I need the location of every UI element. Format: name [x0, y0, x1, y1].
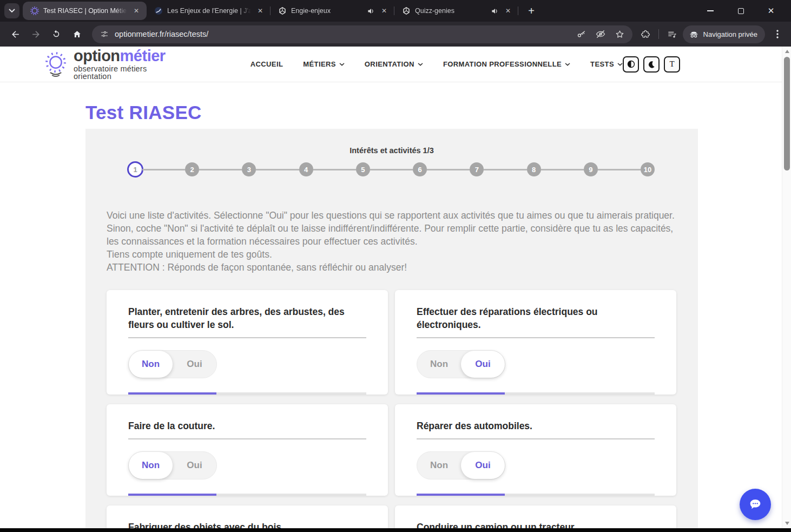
bookmark-star-icon[interactable] [615, 29, 625, 40]
step-9[interactable]: 9 [584, 162, 598, 176]
nav-label: ORIENTATION [365, 60, 414, 68]
sun-logo-icon [42, 49, 70, 80]
answer-non-button[interactable]: Non [129, 452, 173, 479]
back-button[interactable] [6, 25, 24, 43]
answer-toggle: Non Oui [128, 350, 217, 378]
question-text: Planter, entretenir des arbres, des arbu… [128, 305, 366, 338]
contrast-toggle-button[interactable] [623, 56, 639, 73]
scrollbar-up-arrow[interactable] [782, 48, 791, 55]
answer-non-button[interactable]: Non [417, 452, 461, 479]
reload-button[interactable] [48, 25, 65, 43]
nav-item-accueil[interactable]: ACCUEIL [251, 60, 284, 68]
tab-search-button[interactable] [4, 3, 19, 18]
answer-toggle: Non Oui [417, 350, 505, 378]
maximize-button[interactable] [734, 4, 748, 18]
step-6[interactable]: 6 [413, 162, 427, 176]
section-label: Intérêts et activités 1/3 [85, 129, 698, 155]
minimize-button[interactable] [703, 4, 717, 18]
browser-menu-button[interactable] [770, 27, 785, 41]
chevron-down-icon [9, 9, 15, 13]
incognito-label: Navigation privée [703, 30, 757, 38]
eye-off-icon[interactable] [595, 29, 606, 40]
new-tab-button[interactable]: + [524, 3, 539, 18]
logo-word-option: option [74, 47, 120, 64]
card-progress-fill [128, 494, 216, 496]
nav-item-tests[interactable]: TESTS [590, 60, 623, 68]
tab-test-riasec[interactable]: Test RIASEC | Option Métier ✕ [23, 2, 147, 20]
toolbar-divider [658, 29, 659, 39]
answer-oui-button[interactable]: Oui [173, 452, 216, 479]
media-controls-icon[interactable] [667, 29, 677, 40]
step-1[interactable]: 1 [127, 161, 143, 178]
tab-audio-icon[interactable] [491, 7, 499, 15]
answer-non-button[interactable]: Non [129, 351, 173, 378]
step-3[interactable]: 3 [242, 162, 256, 176]
step-10[interactable]: 10 [641, 162, 655, 176]
tab-engie-enjeux[interactable]: Engie-enjeux ✕ [271, 2, 394, 20]
extensions-icon[interactable] [640, 29, 651, 40]
home-button[interactable] [68, 25, 85, 43]
nav-item-orientation[interactable]: ORIENTATION [365, 60, 423, 68]
dark-mode-button[interactable] [643, 56, 660, 73]
instructions-paragraph: ATTENTION : Réponds de façon spontanée, … [107, 261, 677, 274]
site-header: optionmétier observatoire métiers orient… [0, 47, 791, 82]
browser-window: Test RIASEC | Option Métier ✕ Les Enjeux… [0, 0, 791, 532]
question-text: Réparer des automobiles. [417, 419, 655, 439]
incognito-badge: Navigation privée [683, 25, 765, 43]
progress-stepper: 1 2 3 4 5 6 7 8 9 10 [85, 155, 698, 176]
question-card: Fabriquer des objets avec du bois. Non O… [107, 505, 388, 528]
text-size-label: T [669, 60, 674, 69]
tab-close-icon[interactable]: ✕ [255, 6, 265, 16]
tab-title: Engie-enjeux [291, 7, 362, 15]
question-text: Fabriquer des objets avec du bois. [128, 521, 366, 528]
close-button[interactable]: ✕ [764, 4, 778, 18]
answer-toggle: Non Oui [417, 451, 505, 480]
question-text: Faire de la couture. [128, 419, 366, 439]
site-logo[interactable]: optionmétier observatoire métiers orient… [42, 48, 183, 81]
tab-close-icon[interactable]: ✕ [379, 6, 389, 16]
nav-label: ACCUEIL [251, 60, 284, 68]
scrollbar-thumb[interactable] [784, 57, 790, 170]
scrollbar-down-arrow[interactable] [782, 520, 791, 527]
step-5[interactable]: 5 [356, 162, 370, 176]
site-settings-icon[interactable] [100, 29, 109, 39]
card-progress-fill [128, 392, 216, 395]
moon-icon [647, 60, 656, 69]
maximize-icon [738, 8, 744, 14]
main-nav: ACCUEIL MÉTIERS ORIENTATION FORMATION PR… [251, 60, 623, 68]
step-8[interactable]: 8 [527, 162, 541, 176]
kebab-menu-icon [776, 30, 779, 38]
forward-arrow-icon [31, 29, 41, 40]
question-card: Réparer des automobiles. Non Oui [395, 404, 676, 496]
nav-label: FORMATION PROFESSIONNELLE [443, 60, 562, 68]
question-text: Effectuer des réparations électriques ou… [417, 305, 655, 338]
step-2[interactable]: 2 [185, 162, 199, 176]
question-text: Conduire un camion ou un tracteur. [417, 521, 655, 528]
window-bottom-edge [0, 528, 791, 532]
answer-oui-button[interactable]: Oui [461, 351, 505, 378]
page-scrollbar[interactable] [782, 47, 791, 528]
nav-item-metiers[interactable]: MÉTIERS [303, 60, 345, 68]
nav-item-formation-professionnelle[interactable]: FORMATION PROFESSIONNELLE [443, 60, 570, 68]
tab-quizz-genies[interactable]: Quizz-genies ✕ [394, 2, 518, 20]
unity-favicon [278, 6, 287, 15]
step-4[interactable]: 4 [299, 162, 313, 176]
tab-close-icon[interactable]: ✕ [503, 6, 513, 16]
step-7[interactable]: 7 [470, 162, 484, 176]
answer-non-button[interactable]: Non [417, 351, 461, 378]
chat-widget-button[interactable] [740, 489, 771, 520]
tab-close-icon[interactable]: ✕ [131, 6, 141, 16]
password-key-icon[interactable] [576, 29, 586, 40]
answer-oui-button[interactable]: Oui [173, 351, 216, 378]
address-bar[interactable]: optionmetier.fr/riasec/tests/ [92, 25, 632, 43]
tab-audio-icon[interactable] [367, 7, 375, 15]
option-metier-favicon [30, 6, 39, 15]
tab-enjeux-energie[interactable]: Les Enjeux de l'Energie | J'appre ✕ [147, 2, 271, 20]
answer-oui-button[interactable]: Oui [461, 452, 505, 479]
question-card: Conduire un camion ou un tracteur. Non O… [395, 505, 676, 528]
logo-text: optionmétier observatoire métiers orient… [74, 48, 183, 81]
omnibox-actions [576, 29, 625, 40]
question-card: Planter, entretenir des arbres, des arbu… [107, 290, 388, 395]
forward-button[interactable] [27, 25, 44, 43]
text-size-button[interactable]: T [664, 56, 680, 73]
